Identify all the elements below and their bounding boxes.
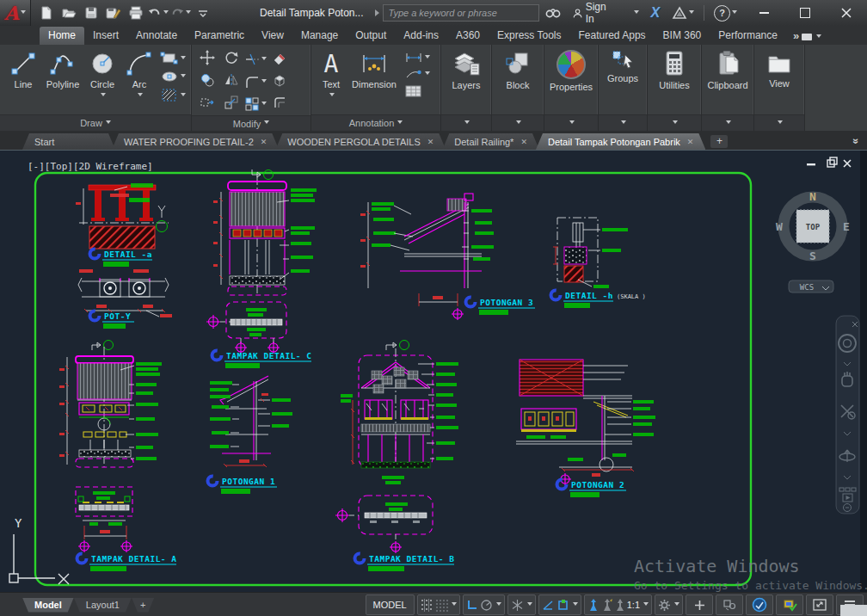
move-tool-button[interactable]: [200, 50, 215, 69]
wcs-menu[interactable]: WCS: [789, 280, 833, 293]
view-panel-title[interactable]: [754, 114, 804, 131]
stretch-tool-button[interactable]: [200, 95, 215, 114]
explode-tool-button[interactable]: [272, 72, 287, 91]
ribbon-tab-addins[interactable]: Add-ins: [395, 27, 447, 45]
ribbon-tab-featured-apps[interactable]: Featured Apps: [570, 27, 655, 45]
file-tab-detail-tampak[interactable]: Detail Tampak Potongan Pabrik✕: [536, 133, 705, 150]
new-layout-button[interactable]: +: [132, 598, 154, 613]
file-tab-menu-icon[interactable]: »: [851, 139, 863, 143]
osnap-group[interactable]: [538, 594, 581, 615]
qat-customize-button[interactable]: [193, 3, 213, 22]
utilities-button[interactable]: Utilities: [654, 48, 694, 90]
circle-tool-button[interactable]: Circle: [83, 48, 122, 99]
array-tool-button[interactable]: [244, 96, 267, 112]
file-tab-railing-close-icon[interactable]: ✕: [520, 138, 527, 146]
help-button[interactable]: ?: [708, 0, 743, 26]
viewcube-west-label[interactable]: W: [776, 220, 783, 233]
clipboard-panel-title[interactable]: [702, 114, 753, 131]
search-expand-icon[interactable]: [372, 7, 383, 19]
workspace-switching-button[interactable]: [655, 594, 683, 615]
drawing-standards-button[interactable]: [776, 594, 803, 615]
clipboard-button[interactable]: Clipboard: [702, 48, 753, 90]
viewport-controls-label[interactable]: [-][Top][2D Wireframe]: [28, 161, 153, 172]
model-tab[interactable]: Model: [22, 598, 74, 613]
groups-panel-title[interactable]: [599, 114, 647, 131]
modify-panel-title[interactable]: Modify: [192, 115, 311, 131]
viewcube-south-label[interactable]: S: [809, 249, 816, 262]
annotation-panel-title[interactable]: Annotation: [311, 114, 440, 131]
plot-button[interactable]: [126, 3, 146, 22]
model-space-toggle[interactable]: MODEL: [366, 594, 415, 615]
close-button[interactable]: [826, 0, 867, 26]
sign-in-button[interactable]: Sign In: [567, 0, 645, 26]
cad-canvas[interactable]: [-][Top][2D Wireframe] DETAIL -a: [0, 151, 867, 593]
draw-panel-title[interactable]: Draw: [0, 114, 191, 131]
new-file-button[interactable]: [36, 3, 57, 22]
ribbon-tab-express-tools[interactable]: Express Tools: [489, 27, 569, 45]
utilities-panel-title[interactable]: [648, 114, 701, 131]
ribbon-tab-a360[interactable]: A360: [447, 27, 489, 45]
trim-tool-button[interactable]: [244, 52, 267, 67]
ribbon-tab-home[interactable]: Home: [40, 27, 84, 45]
save-button[interactable]: [81, 3, 101, 22]
properties-panel-title[interactable]: [544, 114, 598, 131]
search-input[interactable]: [383, 4, 539, 22]
text-tool-button[interactable]: A Text: [315, 48, 347, 99]
file-tab-wooden-pergola[interactable]: WOODEN PERGOLA DETAILS✕: [275, 133, 446, 150]
app-menu-button[interactable]: A: [0, 0, 31, 26]
file-tab-detail-railing[interactable]: Detail Railing*✕: [442, 133, 539, 150]
clean-screen-button[interactable]: [806, 594, 833, 615]
file-tab-wooden-close-icon[interactable]: ✕: [427, 138, 434, 146]
hatch-tool-button[interactable]: [160, 88, 186, 103]
rotate-tool-button[interactable]: [224, 50, 239, 69]
file-tab-water-close-icon[interactable]: ✕: [261, 138, 267, 146]
file-tab-start[interactable]: Start: [22, 133, 115, 150]
search-button[interactable]: [539, 0, 567, 26]
groups-button[interactable]: Groups: [602, 48, 643, 83]
mirror-tool-button[interactable]: [224, 72, 239, 91]
open-file-button[interactable]: [58, 3, 79, 22]
annotation-monitor-button[interactable]: [686, 594, 713, 615]
fillet-tool-button[interactable]: [244, 74, 267, 89]
graphics-performance-button[interactable]: [746, 594, 773, 615]
ribbon-tab-view[interactable]: View: [253, 27, 292, 45]
ribbon-tab-manage[interactable]: Manage: [292, 27, 347, 45]
layout1-tab[interactable]: Layout1: [74, 598, 132, 613]
rectangle-tool-button[interactable]: [160, 52, 186, 65]
file-tab-tampak-close-icon[interactable]: ✕: [687, 138, 694, 146]
polyline-tool-button[interactable]: Polyline: [43, 48, 83, 89]
ribbon-tab-annotate[interactable]: Annotate: [127, 27, 186, 45]
erase-tool-button[interactable]: [272, 50, 287, 69]
maximize-button[interactable]: [784, 0, 826, 26]
linear-dimension-button[interactable]: [404, 52, 430, 64]
ellipse-tool-button[interactable]: [160, 70, 186, 83]
scale-tool-button[interactable]: [224, 95, 239, 114]
grid-snap-group[interactable]: [417, 594, 460, 615]
undo-button[interactable]: [148, 3, 169, 22]
exchange-apps-button[interactable]: X: [645, 0, 667, 26]
viewcube-north-label[interactable]: N: [809, 190, 816, 203]
arc-tool-button[interactable]: Arc: [122, 48, 157, 99]
properties-button[interactable]: Properties: [544, 48, 598, 92]
offset-tool-button[interactable]: [272, 95, 287, 114]
minimize-button[interactable]: [743, 0, 784, 26]
isometric-drafting-group[interactable]: [507, 594, 536, 615]
dimension-tool-button[interactable]: Dimension: [347, 48, 401, 89]
block-button[interactable]: Block: [498, 48, 538, 90]
tab-overflow-icon[interactable]: »: [793, 29, 797, 42]
layers-panel-title[interactable]: [441, 114, 491, 131]
leader-button[interactable]: [404, 68, 430, 80]
view-button[interactable]: View: [760, 48, 798, 89]
line-tool-button[interactable]: Line: [3, 48, 43, 89]
block-panel-title[interactable]: [492, 114, 544, 131]
ribbon-tab-insert[interactable]: Insert: [84, 27, 127, 45]
viewcube-east-label[interactable]: E: [843, 220, 850, 233]
a360-button[interactable]: [666, 0, 700, 26]
table-button[interactable]: [404, 84, 430, 98]
ribbon-tab-bim360[interactable]: BIM 360: [655, 27, 710, 45]
isolate-objects-button[interactable]: [716, 594, 743, 615]
new-drawing-tab-button[interactable]: +: [710, 135, 728, 148]
ribbon-tab-parametric[interactable]: Parametric: [186, 27, 253, 45]
viewport-minimize-icon[interactable]: [807, 163, 815, 165]
ribbon-tab-output[interactable]: Output: [347, 27, 395, 45]
